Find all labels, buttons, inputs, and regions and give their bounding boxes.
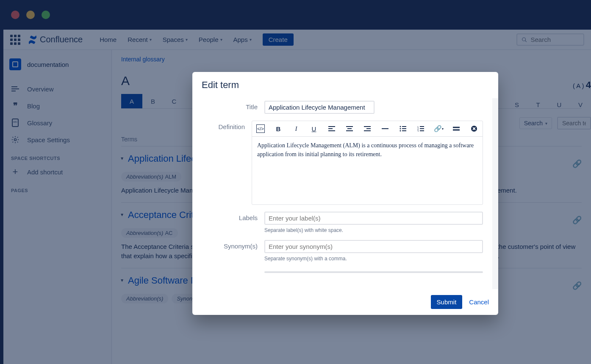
italic-icon[interactable]: I (292, 124, 300, 133)
align-center-icon[interactable] (345, 124, 354, 133)
labels-label: Labels (202, 212, 264, 233)
modal-heading: Edit term (192, 72, 498, 98)
title-input[interactable] (264, 101, 375, 114)
title-label: Title (202, 101, 264, 114)
synonyms-help-text: Separate synonym(s) with a comma. (264, 256, 483, 262)
labels-help-text: Separate label(s) with white space. (264, 227, 483, 233)
definition-label: Definition (202, 121, 252, 205)
align-left-icon[interactable] (327, 124, 336, 133)
code-icon[interactable]: </> (256, 124, 265, 133)
edit-term-modal: Edit term ▴ ▾ Title Definition </> B I U (192, 72, 498, 315)
svg-text:3: 3 (417, 130, 419, 132)
underline-icon[interactable]: U (310, 124, 318, 133)
svg-point-20 (400, 128, 401, 130)
link-icon[interactable]: 🔗▾ (434, 124, 443, 133)
cancel-button[interactable]: Cancel (469, 298, 489, 306)
modal-body: ▴ ▾ Title Definition </> B I U (192, 98, 498, 289)
next-field-label (202, 268, 264, 276)
editor-toolbar: </> B I U 123 🔗▾ (252, 121, 483, 137)
remove-format-icon[interactable] (470, 124, 478, 133)
scroll-up-icon[interactable]: ▴ (492, 98, 498, 104)
hr-icon[interactable] (381, 124, 389, 133)
next-input[interactable] (264, 271, 483, 273)
synonyms-label: Synonym(s) (202, 240, 264, 262)
svg-point-22 (400, 130, 401, 132)
labels-input[interactable] (264, 212, 483, 225)
section-icon[interactable] (452, 124, 461, 133)
definition-editor: </> B I U 123 🔗▾ Applicatio (252, 121, 483, 205)
submit-button[interactable]: Submit (431, 295, 463, 309)
align-right-icon[interactable] (363, 124, 372, 133)
bold-icon[interactable]: B (274, 124, 283, 133)
modal-footer: Submit Cancel (192, 289, 498, 315)
svg-point-18 (400, 126, 401, 127)
numbered-list-icon[interactable]: 123 (416, 124, 425, 133)
definition-textarea[interactable]: Application Lifecycle Management (ALM) i… (252, 137, 483, 204)
bullet-list-icon[interactable] (399, 124, 407, 133)
scroll-down-icon[interactable]: ▾ (492, 283, 498, 289)
synonyms-input[interactable] (264, 240, 483, 253)
